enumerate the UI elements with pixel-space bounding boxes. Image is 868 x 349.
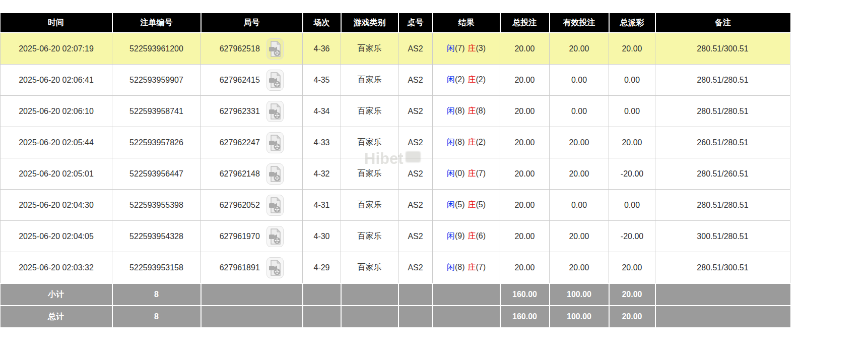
banker-result-count: (7): [476, 263, 486, 271]
video-document-icon: [269, 103, 282, 120]
cell-time: 2025-06-20 02:06:10: [1, 96, 112, 127]
round-id-text: 627962247: [220, 138, 260, 147]
video-playback-button[interactable]: [266, 38, 284, 60]
round-id-text: 627962518: [220, 44, 260, 53]
video-playback-button[interactable]: [266, 257, 284, 278]
cell-valid_bet: 0.00: [550, 65, 609, 96]
cell-table_no: AS2: [398, 158, 433, 190]
player-result: 闲: [447, 200, 455, 209]
video-playback-button[interactable]: [266, 226, 284, 247]
round-id-text: 627962148: [220, 169, 260, 178]
cell-valid_bet: 20.00: [550, 33, 609, 65]
cell-bet_id: 522593956447: [112, 158, 201, 190]
column-header-remark: 备注: [655, 13, 790, 33]
cell-bet_id: 522593959907: [112, 65, 201, 96]
cell-session: 4-32: [303, 158, 341, 190]
video-document-icon: [269, 166, 282, 182]
banker-result: 庄: [468, 106, 476, 115]
column-header-session: 场次: [303, 13, 341, 33]
summary-cell: [341, 306, 398, 327]
summary-cell: [655, 283, 790, 306]
cell-total_payout: 0.00: [609, 96, 655, 127]
cell-remark: 280.51/300.51: [655, 252, 790, 284]
player-result-count: (8): [455, 263, 465, 271]
video-document-icon: [269, 72, 282, 88]
cell-total_bet: 20.00: [500, 221, 550, 252]
video-document-icon: [269, 260, 282, 276]
cell-game_type: 百家乐: [341, 158, 398, 190]
round-id-text: 627962331: [220, 107, 260, 115]
summary-cell: [433, 306, 500, 327]
cell-remark: 260.51/280.51: [655, 127, 790, 158]
cell-total_payout: -20.00: [609, 158, 655, 190]
video-playback-button[interactable]: [266, 163, 284, 185]
summary-total-payout: 20.00: [609, 306, 655, 327]
cell-game_type: 百家乐: [341, 190, 398, 221]
cell-session: 4-34: [303, 96, 341, 127]
cell-table_no: AS2: [398, 96, 433, 127]
records-footer: 小计8160.00100.0020.00总计8160.00100.0020.00: [1, 283, 790, 327]
cell-time: 2025-06-20 02:06:41: [1, 65, 112, 96]
summary-valid-bet: 100.00: [550, 283, 609, 306]
summary-label: 小计: [1, 283, 112, 306]
cell-bet_id: 522593958741: [112, 96, 201, 127]
column-header-valid_bet: 有效投注: [550, 13, 609, 33]
video-playback-button[interactable]: [266, 195, 284, 216]
summary-cell: [201, 283, 303, 306]
video-document-icon: [269, 41, 282, 57]
table-row: 2025-06-20 02:06:10522593958741627962331…: [1, 96, 790, 127]
cell-bet_id: 522593957826: [112, 127, 201, 158]
bet-records-page: 时间注单编号局号场次游戏类别桌号结果总投注有效投注总派彩备注 2025-06-2…: [0, 0, 868, 349]
table-row: 2025-06-20 02:05:01522593956447627962148…: [1, 158, 790, 190]
cell-total_bet: 20.00: [500, 96, 550, 127]
video-playback-button[interactable]: [266, 101, 284, 122]
summary-row-grand_total: 总计8160.00100.0020.00: [1, 306, 790, 327]
summary-cell: [201, 306, 303, 327]
banker-result: 庄: [468, 169, 476, 178]
cell-time: 2025-06-20 02:07:19: [1, 33, 112, 65]
cell-bet_id: 522593953158: [112, 252, 201, 284]
summary-cell: [655, 306, 790, 327]
column-header-game_type: 游戏类别: [341, 13, 398, 33]
cell-valid_bet: 0.00: [550, 96, 609, 127]
cell-table_no: AS2: [398, 221, 433, 252]
cell-time: 2025-06-20 02:04:30: [1, 190, 112, 221]
banker-result: 庄: [468, 75, 476, 84]
cell-result: 闲(0)庄(7): [433, 158, 500, 190]
table-row: 2025-06-20 02:05:44522593957826627962247…: [1, 127, 790, 158]
cell-result: 闲(2)庄(2): [433, 65, 500, 96]
cell-table_no: AS2: [398, 252, 433, 284]
cell-result: 闲(8)庄(7): [433, 252, 500, 284]
summary-total-bet: 160.00: [500, 283, 550, 306]
bet-records-table: 时间注单编号局号场次游戏类别桌号结果总投注有效投注总派彩备注 2025-06-2…: [0, 13, 790, 327]
column-header-total_bet: 总投注: [500, 13, 550, 33]
summary-valid-bet: 100.00: [550, 306, 609, 327]
cell-remark: 280.51/280.51: [655, 96, 790, 127]
cell-session: 4-33: [303, 127, 341, 158]
header-row: 时间注单编号局号场次游戏类别桌号结果总投注有效投注总派彩备注: [1, 13, 790, 33]
summary-cell: [303, 306, 341, 327]
cell-total_payout: 0.00: [609, 190, 655, 221]
player-result-count: (5): [455, 200, 465, 209]
cell-time: 2025-06-20 02:05:44: [1, 127, 112, 158]
table-row: 2025-06-20 02:06:41522593959907627962415…: [1, 65, 790, 96]
video-playback-button[interactable]: [266, 70, 284, 91]
cell-session: 4-35: [303, 65, 341, 96]
player-result: 闲: [447, 263, 455, 271]
cell-round_id: 627961970: [201, 221, 303, 252]
table-row: 2025-06-20 02:07:19522593961200627962518…: [1, 33, 790, 65]
column-header-result: 结果: [433, 13, 500, 33]
cell-table_no: AS2: [398, 33, 433, 65]
cell-remark: 280.51/260.51: [655, 158, 790, 190]
cell-table_no: AS2: [398, 127, 433, 158]
cell-session: 4-36: [303, 33, 341, 65]
video-playback-button[interactable]: [266, 132, 284, 153]
player-result: 闲: [447, 138, 455, 146]
banker-result: 庄: [468, 231, 476, 240]
banker-result: 庄: [468, 263, 476, 271]
cell-total_payout: -20.00: [609, 221, 655, 252]
cell-session: 4-29: [303, 252, 341, 284]
summary-cell: [303, 283, 341, 306]
cell-round_id: 627962415: [201, 65, 303, 96]
cell-total_payout: 20.00: [609, 33, 655, 65]
